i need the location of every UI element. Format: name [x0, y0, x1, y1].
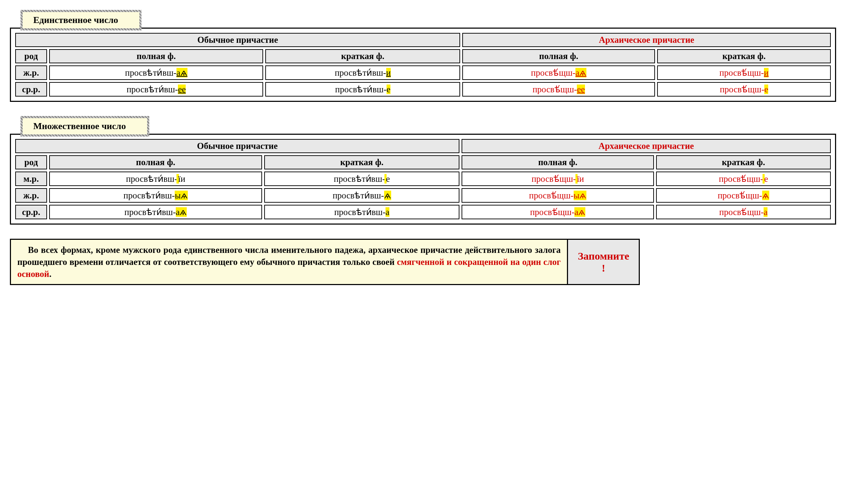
- cell-word: просвѣ́щш- їи: [462, 172, 654, 186]
- cell-word: просвѣти́вш-ѧ: [264, 188, 459, 203]
- cell-word: просвѣ́щш-ѧ: [656, 188, 831, 203]
- row-singular-f: ж.р. просвѣти́вш-аѧ просвѣти́вш-и просвѣ…: [15, 65, 831, 80]
- header-full-arc: полная ф.: [462, 49, 655, 63]
- row-plural-m: м.р. просвѣти́вш- їи просвѣти́вш- е прос…: [15, 172, 831, 186]
- cell-word: просвѣ́щш-ее: [462, 82, 655, 97]
- cell-word: просвѣ́щш- е: [656, 172, 831, 186]
- plural-section: Множественное число Обычное причастие Ар…: [10, 116, 836, 225]
- cell-word: просвѣти́вш- е: [264, 172, 459, 186]
- header-full-arc: полная ф.: [462, 155, 654, 169]
- plural-table: Обычное причастие Архаическое причастие …: [13, 137, 833, 221]
- header-full-ord: полная ф.: [49, 155, 262, 169]
- singular-frame: Обычное причастие Архаическое причастие …: [10, 28, 836, 102]
- cell-word: просвѣти́вш-аѧ: [49, 205, 262, 219]
- header-archaic: Архаическое причастие: [462, 33, 831, 47]
- note-period: .: [49, 269, 51, 279]
- cell-word: просвѣ́щш-а: [656, 205, 831, 219]
- cell-word: просвѣ́щш-аѧ: [462, 65, 655, 80]
- cell-word: просвѣти́вш-е: [265, 82, 460, 97]
- cell-word: просвѣти́вш- їи: [49, 172, 262, 186]
- row-singular-n: ср.р. просвѣти́вш-ее просвѣти́вш-е просв…: [15, 82, 831, 97]
- note-text: Во всех формах, кроме мужского рода един…: [11, 240, 568, 284]
- header-short-ord: краткая ф.: [264, 155, 459, 169]
- singular-section: Единственное число Обычное причастие Арх…: [10, 10, 836, 102]
- row-plural-f: ж.р. просвѣти́вш-ыѧ просвѣти́вш-ѧ просвѣ…: [15, 188, 831, 203]
- cell-word: просвѣ́щш-ыѧ: [462, 188, 654, 203]
- plural-tab: Множественное число: [21, 116, 149, 137]
- cell-word: просвѣти́вш-и: [265, 65, 460, 80]
- note-label-text: Запомните: [578, 250, 629, 262]
- cell-word: просвѣти́вш-ыѧ: [49, 188, 262, 203]
- singular-tab: Единственное число: [21, 10, 141, 30]
- cell-word: просвѣти́вш-аѧ: [49, 65, 263, 80]
- header-gender: род: [15, 155, 47, 169]
- header-full-ord: полная ф.: [49, 49, 263, 63]
- row-plural-n: ср.р. просвѣти́вш-аѧ просвѣти́вш-а просв…: [15, 205, 831, 219]
- gender-f: ж.р.: [15, 65, 47, 80]
- header-short-arc: краткая ф.: [657, 49, 831, 63]
- cell-word: просвѣ́щш-и: [657, 65, 831, 80]
- header-archaic: Архаическое причастие: [462, 139, 831, 153]
- header-gender: род: [15, 49, 47, 63]
- cell-word: просвѣ́щш-аѧ: [462, 205, 654, 219]
- cell-word: просвѣ́щш-е: [657, 82, 831, 97]
- plural-frame: Обычное причастие Архаическое причастие …: [10, 134, 836, 225]
- header-ordinary: Обычное причастие: [15, 139, 459, 153]
- gender-n: ср.р.: [15, 82, 47, 97]
- singular-table: Обычное причастие Архаическое причастие …: [13, 31, 833, 99]
- cell-word: просвѣти́вш-а: [264, 205, 459, 219]
- note-label: Запомните !: [568, 240, 639, 284]
- gender-m: м.р.: [15, 172, 47, 186]
- header-short-arc: краткая ф.: [656, 155, 831, 169]
- note-label-bang: !: [602, 262, 605, 274]
- cell-word: просвѣти́вш-ее: [49, 82, 263, 97]
- gender-f: ж.р.: [15, 188, 47, 203]
- header-ordinary: Обычное причастие: [15, 33, 460, 47]
- header-short-ord: краткая ф.: [265, 49, 460, 63]
- gender-n: ср.р.: [15, 205, 47, 219]
- note-box: Во всех формах, кроме мужского рода един…: [10, 239, 640, 285]
